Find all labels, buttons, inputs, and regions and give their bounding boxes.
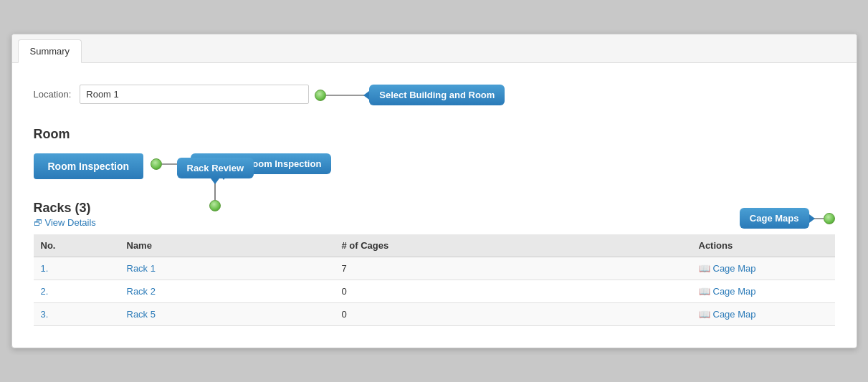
location-input[interactable] xyxy=(80,85,309,104)
racks-table: No. Name # of Cages Actions 1. Rack 1 7 … xyxy=(34,234,835,326)
rack-review-tooltip: Rack Review xyxy=(177,158,254,178)
table-header: No. Name # of Cages Actions xyxy=(34,234,835,257)
row-3-cages: 0 xyxy=(335,303,692,326)
room-section-title: Room xyxy=(34,127,835,142)
room-btn-row: Room Inspection Complete Room Inspection xyxy=(34,153,835,179)
tab-summary[interactable]: Summary xyxy=(18,39,82,63)
cage-maps-green-dot xyxy=(824,213,835,224)
racks-section-title: Racks (3) xyxy=(34,201,91,216)
room-inspection-button[interactable]: Room Inspection xyxy=(34,153,144,179)
col-header-name: Name xyxy=(120,234,335,257)
location-connector-line xyxy=(326,95,369,96)
complete-room-green-dot xyxy=(151,158,162,170)
table-body: 1. Rack 1 7 📖 Cage Map 2. Rack 2 xyxy=(34,257,835,326)
col-header-actions: Actions xyxy=(692,234,835,257)
col-header-no: No. xyxy=(34,234,120,257)
table-row: 1. Rack 1 7 📖 Cage Map xyxy=(34,257,835,280)
view-details-link[interactable]: 🗗 View Details xyxy=(34,217,96,228)
row-1-cage-map-link[interactable]: 📖 Cage Map xyxy=(699,263,756,274)
racks-header-row: Racks (3) Rack Review 🗗 View D xyxy=(34,201,835,229)
row-2-cage-map-link[interactable]: 📖 Cage Map xyxy=(699,286,756,297)
cage-maps-tooltip: Cage Maps xyxy=(740,208,809,229)
racks-left: Racks (3) Rack Review 🗗 View D xyxy=(34,201,96,228)
row-2-cages: 0 xyxy=(335,280,692,303)
location-tooltip-area: Select Building and Room xyxy=(315,85,505,105)
row-3-name[interactable]: Rack 5 xyxy=(127,309,156,320)
cage-maps-tooltip-group: Cage Maps xyxy=(740,208,835,229)
rack-review-green-dot xyxy=(209,200,221,211)
tab-bar: Summary xyxy=(12,34,857,63)
rack-review-tooltip-wrapper: Rack Review xyxy=(177,158,254,211)
row-1-cages: 7 xyxy=(335,257,692,280)
main-content: Location: Select Building and Room Room … xyxy=(12,63,857,348)
location-label: Location: xyxy=(34,85,72,100)
book-icon-3: 📖 xyxy=(699,309,710,320)
row-1-no[interactable]: 1. xyxy=(41,263,49,274)
table-row: 2. Rack 2 0 📖 Cage Map xyxy=(34,280,835,303)
racks-right: Cage Maps xyxy=(740,208,835,229)
row-1-name[interactable]: Rack 1 xyxy=(127,263,156,274)
table-row: 3. Rack 5 0 📖 Cage Map xyxy=(34,303,835,326)
row-2-no[interactable]: 2. xyxy=(41,286,49,297)
select-building-tooltip: Select Building and Room xyxy=(369,85,505,105)
racks-section: Racks (3) Rack Review 🗗 View D xyxy=(34,201,835,326)
external-link-icon: 🗗 xyxy=(34,218,42,228)
row-3-no[interactable]: 3. xyxy=(41,309,49,320)
row-2-name[interactable]: Rack 2 xyxy=(127,286,156,297)
location-row: Location: Select Building and Room xyxy=(34,85,835,105)
row-3-cage-map-link[interactable]: 📖 Cage Map xyxy=(699,309,756,320)
room-section: Room Room Inspection Complete Room Inspe… xyxy=(34,127,835,179)
book-icon-2: 📖 xyxy=(699,286,710,297)
col-header-cages: # of Cages xyxy=(335,234,692,257)
location-green-dot xyxy=(315,90,326,101)
book-icon-1: 📖 xyxy=(699,263,710,274)
page-container: Summary Location: Select Building and Ro… xyxy=(11,34,857,348)
